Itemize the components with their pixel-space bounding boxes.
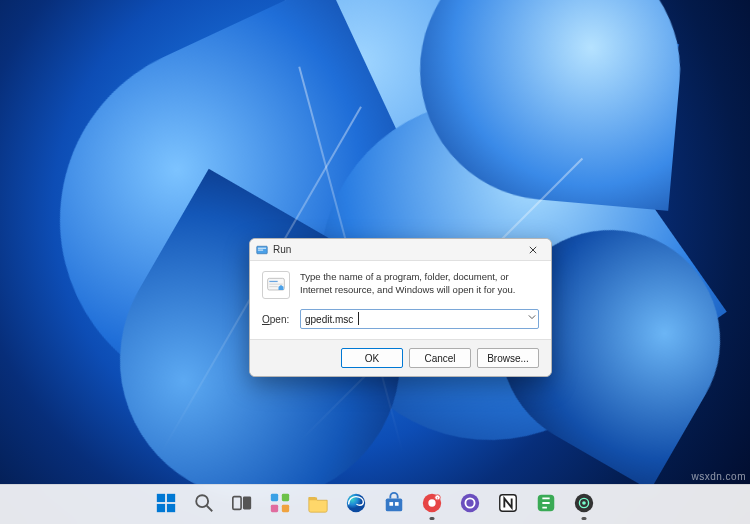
- notion-icon: [497, 492, 519, 518]
- watermark: wsxdn.com: [691, 471, 746, 482]
- svg-rect-13: [282, 493, 289, 500]
- run-app-icon: [256, 244, 268, 256]
- cancel-button[interactable]: Cancel: [409, 348, 471, 368]
- app-button-2[interactable]: [453, 488, 487, 522]
- svg-rect-15: [282, 504, 289, 511]
- run-body-icon: [262, 271, 290, 299]
- windows-logo-icon: [155, 492, 177, 518]
- svg-rect-2: [258, 249, 263, 250]
- titlebar[interactable]: Run: [250, 239, 551, 261]
- svg-point-30: [582, 501, 586, 505]
- taskbar-items: 1: [149, 488, 601, 522]
- svg-rect-8: [167, 503, 175, 511]
- app-green-icon: [535, 492, 557, 518]
- app-button-5[interactable]: [567, 488, 601, 522]
- app-red-icon: 1: [421, 492, 443, 518]
- search-icon: [193, 492, 215, 518]
- svg-rect-7: [157, 503, 165, 511]
- app-button-3[interactable]: [491, 488, 525, 522]
- edge-icon: [345, 492, 367, 518]
- svg-rect-1: [258, 247, 266, 248]
- store-button[interactable]: [377, 488, 411, 522]
- svg-rect-14: [271, 504, 278, 511]
- dialog-title: Run: [273, 244, 291, 255]
- svg-point-25: [461, 493, 479, 511]
- app-button-1[interactable]: 1: [415, 488, 449, 522]
- svg-text:1: 1: [436, 496, 438, 500]
- svg-point-9: [196, 495, 208, 507]
- svg-rect-5: [157, 493, 165, 501]
- svg-rect-19: [389, 502, 393, 506]
- widgets-button[interactable]: [263, 488, 297, 522]
- close-button[interactable]: [519, 242, 547, 258]
- open-input[interactable]: [300, 309, 539, 329]
- button-row: OK Cancel Browse...: [250, 339, 551, 376]
- dialog-body: Type the name of a program, folder, docu…: [250, 261, 551, 305]
- svg-rect-12: [271, 493, 278, 500]
- app-button-4[interactable]: [529, 488, 563, 522]
- ok-button[interactable]: OK: [341, 348, 403, 368]
- folder-icon: [307, 492, 329, 518]
- browse-button[interactable]: Browse...: [477, 348, 539, 368]
- svg-rect-4: [269, 281, 277, 282]
- app-purple-icon: [459, 492, 481, 518]
- svg-rect-16: [309, 497, 317, 500]
- task-view-button[interactable]: [225, 488, 259, 522]
- store-icon: [383, 492, 405, 518]
- text-cursor: [358, 312, 359, 325]
- svg-rect-20: [395, 502, 399, 506]
- svg-point-22: [428, 499, 435, 506]
- svg-rect-18: [386, 498, 403, 511]
- taskbar: 1: [0, 484, 750, 524]
- input-row: Open:: [250, 305, 551, 339]
- open-label: Open:: [262, 314, 294, 325]
- edge-button[interactable]: [339, 488, 373, 522]
- open-combobox[interactable]: [300, 309, 539, 329]
- search-button[interactable]: [187, 488, 221, 522]
- widgets-icon: [269, 492, 291, 518]
- app-dark-icon: [573, 492, 595, 518]
- run-dialog: Run Type the name of a program, folder, …: [249, 238, 552, 377]
- explorer-button[interactable]: [301, 488, 335, 522]
- task-view-icon: [231, 492, 253, 518]
- svg-rect-11: [243, 496, 251, 509]
- start-button[interactable]: [149, 488, 183, 522]
- desktop: Run Type the name of a program, folder, …: [0, 0, 750, 524]
- svg-rect-6: [167, 493, 175, 501]
- svg-rect-10: [233, 496, 241, 509]
- dialog-description: Type the name of a program, folder, docu…: [300, 271, 539, 299]
